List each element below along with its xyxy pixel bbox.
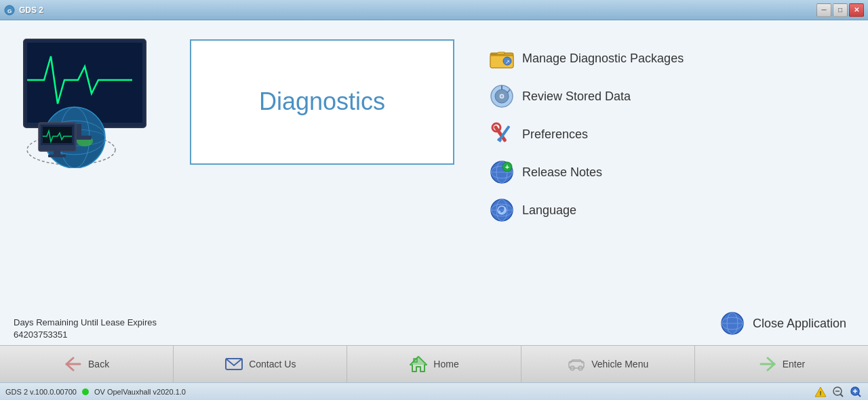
contact-us-button[interactable]: Contact Us [174, 346, 347, 382]
right-menu: ↗ Manage Diagnostic Packages [481, 34, 692, 294]
svg-marker-52 [410, 357, 427, 365]
zoom-plus-icon[interactable] [849, 386, 863, 398]
menu-item-manage-diagnostic-packages[interactable]: ↗ Manage Diagnostic Packages [481, 41, 692, 76]
minimize-button[interactable]: ─ [816, 3, 831, 17]
svg-line-66 [858, 394, 861, 397]
svg-text:!: ! [820, 390, 822, 397]
main-content: Diagnostics ↗ Manage Diagnostic Packag [0, 20, 868, 345]
app-title: GDS 2 [19, 5, 43, 15]
svg-text:+: + [505, 163, 509, 171]
status-left: GDS 2 v.100.0.00700 OV OpelVauxhall v202… [5, 388, 186, 396]
svg-line-62 [840, 394, 843, 397]
language-label: Language [522, 203, 576, 218]
menu-item-language[interactable]: Language [481, 193, 692, 228]
info-globe-icon: + [490, 160, 514, 184]
disc-icon [490, 84, 514, 108]
title-buttons: ─ □ ✕ [816, 3, 864, 17]
enter-button[interactable]: Enter [695, 346, 868, 382]
title-bar-left: G GDS 2 [4, 5, 43, 16]
back-button[interactable]: Back [0, 346, 174, 382]
contact-icon [224, 356, 243, 372]
warning-icon[interactable]: ! [814, 386, 827, 398]
enter-icon [758, 356, 777, 372]
diagnostics-title: Diagnostics [259, 87, 385, 116]
home-icon [409, 356, 428, 372]
folder-icon: ↗ [490, 46, 514, 71]
contact-us-label: Contact Us [249, 359, 296, 369]
menu-item-preferences[interactable]: Preferences [481, 117, 692, 152]
back-label: Back [88, 359, 109, 369]
diagnostics-illustration [17, 36, 186, 168]
lease-info: Days Remaining Until Lease Expires 64203… [14, 317, 157, 340]
svg-text:↗: ↗ [505, 59, 510, 65]
diagnostics-panel: Diagnostics [14, 34, 454, 169]
back-icon [64, 356, 83, 372]
title-bar: G GDS 2 ─ □ ✕ [0, 0, 868, 20]
svg-rect-16 [54, 151, 60, 155]
language-globe-icon [490, 198, 514, 222]
status-bar: GDS 2 v.100.0.00700 OV OpelVauxhall v202… [0, 382, 868, 400]
maximize-button[interactable]: □ [833, 3, 848, 17]
wrench-screwdriver-icon [490, 122, 514, 146]
app-icon: G [4, 5, 15, 16]
home-button[interactable]: Home [347, 346, 521, 382]
menu-item-release-notes[interactable]: + Release Notes [481, 155, 692, 190]
close-button[interactable]: ✕ [849, 3, 864, 17]
enter-label: Enter [783, 359, 805, 369]
status-indicator [82, 388, 89, 395]
svg-point-26 [500, 95, 503, 98]
vehicle-icon [567, 356, 586, 372]
close-app-icon [720, 311, 745, 336]
bottom-info: Days Remaining Until Lease Expires 64203… [0, 300, 868, 345]
lease-number: 64203753351 [14, 329, 157, 340]
vehicle-menu-label: Vehicle Menu [591, 359, 648, 369]
home-label: Home [433, 359, 458, 369]
lease-label: Days Remaining Until Lease Expires [14, 317, 157, 327]
manage-diagnostic-packages-label: Manage Diagnostic Packages [522, 52, 684, 66]
preferences-label: Preferences [522, 127, 588, 142]
zoom-minus-icon[interactable] [831, 386, 845, 398]
status-right: ! [814, 386, 863, 398]
release-notes-label: Release Notes [522, 165, 602, 180]
vehicle-menu-button[interactable]: Vehicle Menu [521, 346, 695, 382]
top-area: Diagnostics ↗ Manage Diagnostic Packag [0, 20, 868, 300]
svg-rect-17 [48, 155, 66, 157]
close-application-label: Close Application [753, 317, 846, 331]
toolbar: Back Contact Us Home [0, 345, 868, 382]
svg-text:G: G [7, 8, 12, 14]
ov-version-text: OV OpelVauxhall v2020.1.0 [94, 388, 186, 396]
review-stored-data-label: Review Stored Data [522, 89, 631, 104]
diagnostics-title-box: Diagnostics [190, 39, 454, 165]
version-text: GDS 2 v.100.0.00700 [5, 388, 77, 396]
diagnostics-image [14, 34, 190, 169]
menu-item-close-application[interactable]: Close Application [712, 307, 854, 340]
menu-item-review-stored-data[interactable]: Review Stored Data [481, 79, 692, 114]
